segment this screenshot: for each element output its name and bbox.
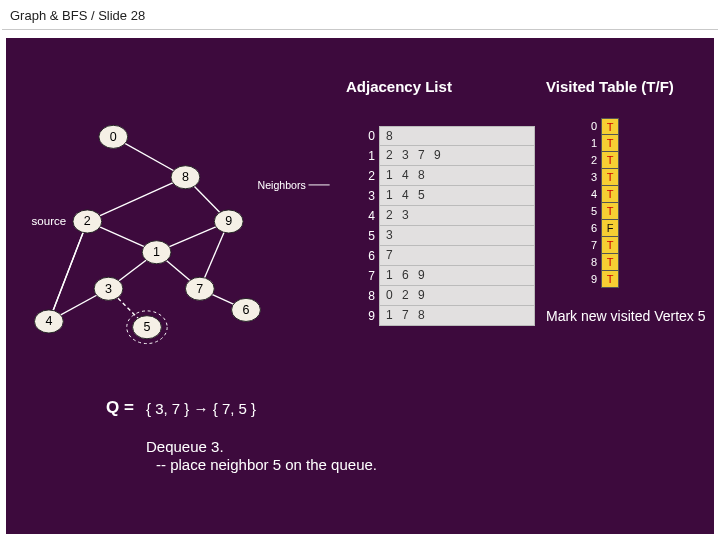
adjacency-row: 91 7 8	[361, 306, 535, 326]
visited-index: 6	[583, 220, 601, 237]
visited-value: T	[601, 254, 619, 271]
adjacency-index: 3	[361, 186, 379, 206]
graph-node-label: 1	[153, 245, 160, 259]
queue-expr: { 3, 7 } → { 7, 5 }	[146, 400, 256, 417]
adjacency-neighbors: 2 3	[379, 206, 535, 226]
adjacency-neighbors: 1 4 5	[379, 186, 535, 206]
graph-node-label: 9	[225, 214, 232, 228]
adjacency-index: 2	[361, 166, 379, 186]
visited-value: T	[601, 186, 619, 203]
dequeue-line1: Dequeue 3.	[146, 438, 224, 455]
adjacency-index: 4	[361, 206, 379, 226]
adjacency-index: 0	[361, 126, 379, 146]
visited-row: 7T	[583, 237, 619, 254]
adjacency-row: 67	[361, 246, 535, 266]
graph-node-label: 3	[105, 282, 112, 296]
visited-index: 8	[583, 254, 601, 271]
header-rule	[2, 29, 718, 30]
visited-index: 2	[583, 152, 601, 169]
adjacency-neighbors: 7	[379, 246, 535, 266]
graph-node-label: 2	[84, 214, 91, 228]
adjacency-row: 12 3 7 9	[361, 146, 535, 166]
visited-row: 9T	[583, 271, 619, 288]
adjacency-row: 42 3	[361, 206, 535, 226]
adjacency-index: 6	[361, 246, 379, 266]
visited-row: 3T	[583, 169, 619, 186]
visited-index: 3	[583, 169, 601, 186]
graph-node-label: 5	[143, 320, 150, 334]
visited-row: 2T	[583, 152, 619, 169]
visited-table: 0T1T2T3T4T5T6F7T8T9T	[583, 118, 619, 288]
visited-value: F	[601, 220, 619, 237]
adjacency-index: 9	[361, 306, 379, 326]
adjacency-row: 08	[361, 126, 535, 146]
visited-index: 7	[583, 237, 601, 254]
adjacency-index: 7	[361, 266, 379, 286]
adjacency-neighbors: 2 3 7 9	[379, 146, 535, 166]
adjacency-list: 0812 3 7 921 4 831 4 542 3536771 6 980 2…	[361, 126, 535, 326]
visited-index: 5	[583, 203, 601, 220]
visited-row: 8T	[583, 254, 619, 271]
visited-index: 0	[583, 118, 601, 135]
visited-row: 1T	[583, 135, 619, 152]
graph-edge	[49, 221, 87, 321]
visited-caption: Mark new visited Vertex 5	[546, 308, 706, 324]
visited-value: T	[601, 135, 619, 152]
visited-index: 4	[583, 186, 601, 203]
visited-row: 0T	[583, 118, 619, 135]
visited-title: Visited Table (T/F)	[546, 78, 674, 95]
graph-node-label: 0	[110, 130, 117, 144]
adjacency-neighbors: 3	[379, 226, 535, 246]
adjacency-row: 71 6 9	[361, 266, 535, 286]
visited-index: 1	[583, 135, 601, 152]
graph-edge	[87, 177, 185, 221]
visited-value: T	[601, 271, 619, 288]
adjacency-index: 1	[361, 146, 379, 166]
adjacency-neighbors: 1 6 9	[379, 266, 535, 286]
visited-value: T	[601, 118, 619, 135]
adjacency-neighbors: 1 4 8	[379, 166, 535, 186]
source-label: source	[32, 215, 67, 227]
adjacency-neighbors: 0 2 9	[379, 286, 535, 306]
visited-value: T	[601, 237, 619, 254]
graph-node-label: 7	[196, 282, 203, 296]
adjacency-row: 31 4 5	[361, 186, 535, 206]
adjacency-title: Adjacency List	[346, 78, 452, 95]
visited-value: T	[601, 152, 619, 169]
header-title: Graph & BFS / Slide 28	[10, 8, 145, 23]
visited-value: T	[601, 169, 619, 186]
visited-row: 4T	[583, 186, 619, 203]
adjacency-row: 21 4 8	[361, 166, 535, 186]
graph-node-label: 6	[243, 303, 250, 317]
page-header: Graph & BFS / Slide 28	[0, 0, 720, 29]
adjacency-row: 53	[361, 226, 535, 246]
adjacency-neighbors: 8	[379, 126, 535, 146]
adjacency-neighbors: 1 7 8	[379, 306, 535, 326]
visited-row: 5T	[583, 203, 619, 220]
visited-value: T	[601, 203, 619, 220]
visited-row: 6F	[583, 220, 619, 237]
neighbors-label: Neighbors	[258, 179, 306, 191]
adjacency-index: 8	[361, 286, 379, 306]
graph-svg: 0829137456sourceNeighbors	[6, 108, 336, 358]
graph-node-label: 4	[45, 314, 52, 328]
queue-label: Q =	[106, 398, 134, 418]
adjacency-row: 80 2 9	[361, 286, 535, 306]
visited-index: 9	[583, 271, 601, 288]
graph-node-label: 8	[182, 170, 189, 184]
dequeue-line2: -- place neighbor 5 on the queue.	[156, 456, 377, 473]
slide-body: Adjacency List Visited Table (T/F) 08291…	[6, 38, 714, 534]
adjacency-index: 5	[361, 226, 379, 246]
